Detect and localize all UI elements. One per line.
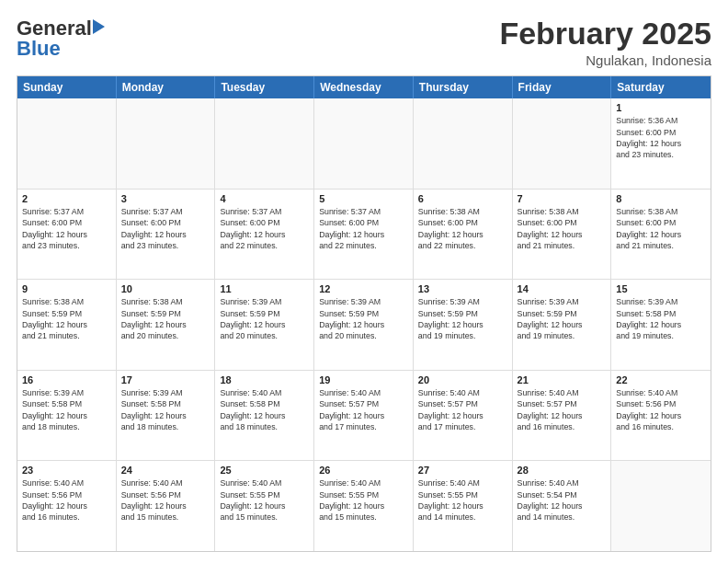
header-day-monday: Monday — [117, 76, 216, 98]
day-info: Sunrise: 5:40 AM Sunset: 5:56 PM Dayligh… — [22, 477, 111, 523]
day-info: Sunrise: 5:37 AM Sunset: 6:00 PM Dayligh… — [220, 206, 309, 251]
day-cell-11: 11Sunrise: 5:39 AM Sunset: 5:59 PM Dayli… — [215, 280, 314, 370]
calendar-week-2: 2Sunrise: 5:37 AM Sunset: 6:00 PM Daylig… — [17, 190, 711, 281]
day-number: 7 — [518, 193, 607, 204]
day-number: 15 — [616, 283, 706, 294]
day-cell-25: 25Sunrise: 5:40 AM Sunset: 5:55 PM Dayli… — [215, 461, 314, 551]
day-cell-empty-4-6 — [611, 461, 711, 551]
day-info: Sunrise: 5:39 AM Sunset: 5:59 PM Dayligh… — [418, 296, 507, 341]
day-number: 8 — [616, 193, 706, 204]
day-cell-1: 1Sunrise: 5:36 AM Sunset: 6:00 PM Daylig… — [611, 98, 711, 189]
day-number: 12 — [319, 283, 408, 294]
day-number: 23 — [22, 465, 111, 476]
day-cell-4: 4Sunrise: 5:37 AM Sunset: 6:00 PM Daylig… — [215, 190, 314, 280]
day-number: 27 — [418, 465, 507, 476]
header-day-friday: Friday — [513, 76, 612, 98]
day-cell-21: 21Sunrise: 5:40 AM Sunset: 5:57 PM Dayli… — [513, 371, 612, 461]
day-cell-13: 13Sunrise: 5:39 AM Sunset: 5:59 PM Dayli… — [414, 280, 513, 370]
day-info: Sunrise: 5:37 AM Sunset: 6:00 PM Dayligh… — [22, 206, 111, 251]
calendar-week-5: 23Sunrise: 5:40 AM Sunset: 5:56 PM Dayli… — [17, 461, 711, 551]
day-number: 6 — [418, 193, 507, 204]
day-info: Sunrise: 5:37 AM Sunset: 6:00 PM Dayligh… — [319, 206, 408, 251]
day-info: Sunrise: 5:39 AM Sunset: 5:58 PM Dayligh… — [121, 387, 210, 432]
day-cell-15: 15Sunrise: 5:39 AM Sunset: 5:58 PM Dayli… — [611, 280, 711, 370]
day-info: Sunrise: 5:38 AM Sunset: 5:59 PM Dayligh… — [121, 296, 210, 341]
day-cell-27: 27Sunrise: 5:40 AM Sunset: 5:55 PM Dayli… — [414, 461, 513, 551]
day-number: 11 — [220, 283, 309, 294]
day-number: 25 — [220, 465, 309, 476]
day-cell-16: 16Sunrise: 5:39 AM Sunset: 5:58 PM Dayli… — [17, 371, 117, 461]
day-number: 22 — [616, 374, 706, 385]
day-cell-26: 26Sunrise: 5:40 AM Sunset: 5:55 PM Dayli… — [314, 461, 414, 551]
day-cell-empty-0-1 — [117, 98, 216, 189]
day-info: Sunrise: 5:40 AM Sunset: 5:55 PM Dayligh… — [418, 477, 507, 523]
day-info: Sunrise: 5:40 AM Sunset: 5:57 PM Dayligh… — [518, 387, 607, 432]
day-number: 24 — [121, 465, 210, 476]
day-info: Sunrise: 5:40 AM Sunset: 5:57 PM Dayligh… — [319, 387, 408, 432]
month-title: February 2025 — [499, 17, 711, 51]
day-number: 26 — [319, 465, 408, 476]
header-day-wednesday: Wednesday — [314, 76, 414, 98]
calendar-week-1: 1Sunrise: 5:36 AM Sunset: 6:00 PM Daylig… — [17, 98, 711, 190]
day-info: Sunrise: 5:38 AM Sunset: 6:00 PM Dayligh… — [616, 206, 706, 251]
day-number: 10 — [121, 283, 210, 294]
day-cell-5: 5Sunrise: 5:37 AM Sunset: 6:00 PM Daylig… — [314, 190, 414, 280]
logo-blue-text: Blue — [17, 37, 61, 61]
day-number: 3 — [121, 193, 210, 204]
day-info: Sunrise: 5:40 AM Sunset: 5:57 PM Dayligh… — [418, 387, 507, 432]
day-number: 2 — [22, 193, 111, 204]
day-cell-9: 9Sunrise: 5:38 AM Sunset: 5:59 PM Daylig… — [17, 280, 117, 370]
day-number: 21 — [518, 374, 607, 385]
day-cell-7: 7Sunrise: 5:38 AM Sunset: 6:00 PM Daylig… — [513, 190, 612, 280]
calendar: SundayMondayTuesdayWednesdayThursdayFrid… — [17, 75, 711, 552]
day-cell-empty-0-3 — [314, 98, 414, 189]
day-cell-18: 18Sunrise: 5:40 AM Sunset: 5:58 PM Dayli… — [215, 371, 314, 461]
day-number: 14 — [518, 283, 607, 294]
day-info: Sunrise: 5:39 AM Sunset: 5:59 PM Dayligh… — [518, 296, 607, 341]
day-number: 4 — [220, 193, 309, 204]
day-info: Sunrise: 5:40 AM Sunset: 5:54 PM Dayligh… — [518, 477, 607, 523]
day-cell-14: 14Sunrise: 5:39 AM Sunset: 5:59 PM Dayli… — [513, 280, 612, 370]
day-cell-20: 20Sunrise: 5:40 AM Sunset: 5:57 PM Dayli… — [414, 371, 513, 461]
day-info: Sunrise: 5:40 AM Sunset: 5:55 PM Dayligh… — [220, 477, 309, 523]
day-info: Sunrise: 5:38 AM Sunset: 6:00 PM Dayligh… — [418, 206, 507, 251]
day-info: Sunrise: 5:37 AM Sunset: 6:00 PM Dayligh… — [121, 206, 210, 251]
page: General Blue February 2025 Ngulakan, Ind… — [0, 0, 728, 563]
day-info: Sunrise: 5:38 AM Sunset: 6:00 PM Dayligh… — [518, 206, 607, 251]
day-cell-10: 10Sunrise: 5:38 AM Sunset: 5:59 PM Dayli… — [117, 280, 216, 370]
day-number: 20 — [418, 374, 507, 385]
day-info: Sunrise: 5:38 AM Sunset: 5:59 PM Dayligh… — [22, 296, 111, 341]
day-info: Sunrise: 5:39 AM Sunset: 5:58 PM Dayligh… — [22, 387, 111, 432]
day-cell-empty-0-5 — [513, 98, 612, 189]
day-cell-28: 28Sunrise: 5:40 AM Sunset: 5:54 PM Dayli… — [513, 461, 612, 551]
day-cell-empty-0-0 — [17, 98, 117, 189]
header-day-thursday: Thursday — [414, 76, 513, 98]
calendar-week-4: 16Sunrise: 5:39 AM Sunset: 5:58 PM Dayli… — [17, 371, 711, 462]
day-cell-6: 6Sunrise: 5:38 AM Sunset: 6:00 PM Daylig… — [414, 190, 513, 280]
day-info: Sunrise: 5:40 AM Sunset: 5:56 PM Dayligh… — [121, 477, 210, 523]
day-number: 18 — [220, 374, 309, 385]
day-number: 5 — [319, 193, 408, 204]
day-number: 28 — [518, 465, 607, 476]
day-cell-19: 19Sunrise: 5:40 AM Sunset: 5:57 PM Dayli… — [314, 371, 414, 461]
header-day-tuesday: Tuesday — [215, 76, 314, 98]
day-info: Sunrise: 5:40 AM Sunset: 5:56 PM Dayligh… — [616, 387, 706, 432]
day-cell-2: 2Sunrise: 5:37 AM Sunset: 6:00 PM Daylig… — [17, 190, 117, 280]
calendar-header: SundayMondayTuesdayWednesdayThursdayFrid… — [17, 76, 711, 98]
day-number: 19 — [319, 374, 408, 385]
logo: General Blue — [17, 17, 105, 61]
title-block: February 2025 Ngulakan, Indonesia — [499, 17, 711, 68]
header-day-saturday: Saturday — [611, 76, 711, 98]
day-info: Sunrise: 5:40 AM Sunset: 5:58 PM Dayligh… — [220, 387, 309, 432]
calendar-week-3: 9Sunrise: 5:38 AM Sunset: 5:59 PM Daylig… — [17, 280, 711, 371]
day-cell-8: 8Sunrise: 5:38 AM Sunset: 6:00 PM Daylig… — [611, 190, 711, 280]
day-number: 9 — [22, 283, 111, 294]
location: Ngulakan, Indonesia — [499, 52, 711, 68]
logo-arrow-icon — [93, 19, 105, 34]
header-day-sunday: Sunday — [17, 76, 117, 98]
day-number: 16 — [22, 374, 111, 385]
day-info: Sunrise: 5:40 AM Sunset: 5:55 PM Dayligh… — [319, 477, 408, 523]
day-info: Sunrise: 5:36 AM Sunset: 6:00 PM Dayligh… — [616, 115, 706, 160]
day-cell-24: 24Sunrise: 5:40 AM Sunset: 5:56 PM Dayli… — [117, 461, 216, 551]
day-cell-17: 17Sunrise: 5:39 AM Sunset: 5:58 PM Dayli… — [117, 371, 216, 461]
